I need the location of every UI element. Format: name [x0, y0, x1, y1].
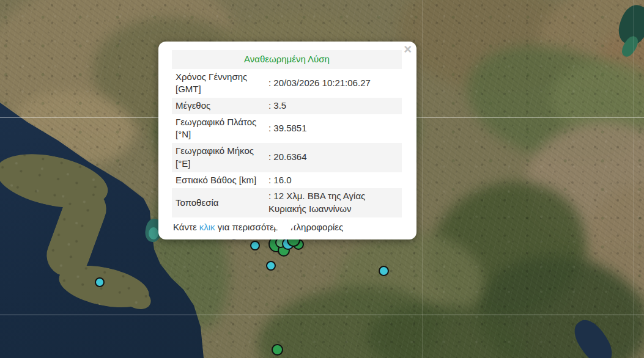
info-label: Γεωγραφικό Πλάτος [°N]	[172, 114, 265, 143]
popup-tail	[273, 225, 295, 236]
info-label: Τοποθεσία	[172, 188, 265, 217]
close-icon[interactable]: ×	[404, 43, 412, 56]
info-row: Τοποθεσία: 12 Χλμ. ΒΒΑ της Αγίας Κυριακή…	[172, 188, 402, 217]
info-label: Εστιακό Βάθος [km]	[172, 172, 265, 189]
earthquake-marker[interactable]	[266, 261, 276, 271]
info-value: : 3.5	[265, 98, 402, 114]
info-label: Μέγεθος	[172, 98, 265, 114]
info-value: : 16.0	[265, 172, 402, 189]
info-row: Εστιακό Βάθος [km]: 16.0	[172, 172, 402, 189]
earthquake-marker[interactable]	[250, 241, 260, 250]
earthquake-marker[interactable]	[95, 277, 105, 287]
info-value: : 20.6364	[265, 143, 402, 172]
earthquake-info-table: Αναθεωρημένη Λύση Χρόνος Γέννησης [GMT]:…	[172, 50, 402, 217]
info-value: : 12 Χλμ. ΒΒΑ της Αγίας Κυριακής Ιωαννίν…	[265, 188, 402, 217]
info-label: Γεωγραφικό Μήκος [°E]	[172, 143, 265, 172]
info-label: Χρόνος Γέννησης [GMT]	[172, 69, 265, 98]
footer-text-pre: Κάντε	[173, 222, 199, 232]
info-row: Γεωγραφικό Μήκος [°E]: 20.6364	[172, 143, 402, 172]
more-info-link[interactable]: κλικ	[199, 222, 215, 232]
info-row: Μέγεθος: 3.5	[172, 98, 402, 114]
info-row: Γεωγραφικό Πλάτος [°N]: 39.5851	[172, 114, 402, 143]
earthquake-marker[interactable]	[379, 266, 389, 276]
info-value: : 39.5851	[265, 114, 402, 143]
earthquake-marker[interactable]	[272, 344, 283, 356]
earthquake-popup: × Αναθεωρημένη Λύση Χρόνος Γέννησης [GMT…	[158, 42, 416, 239]
popup-title: Αναθεωρημένη Λύση	[172, 50, 402, 69]
info-row: Χρόνος Γέννησης [GMT]: 20/03/2026 10:21:…	[172, 69, 402, 98]
info-value: : 20/03/2026 10:21:06.27	[265, 69, 402, 98]
map-canvas[interactable]: × Αναθεωρημένη Λύση Χρόνος Γέννησης [GMT…	[0, 0, 644, 358]
